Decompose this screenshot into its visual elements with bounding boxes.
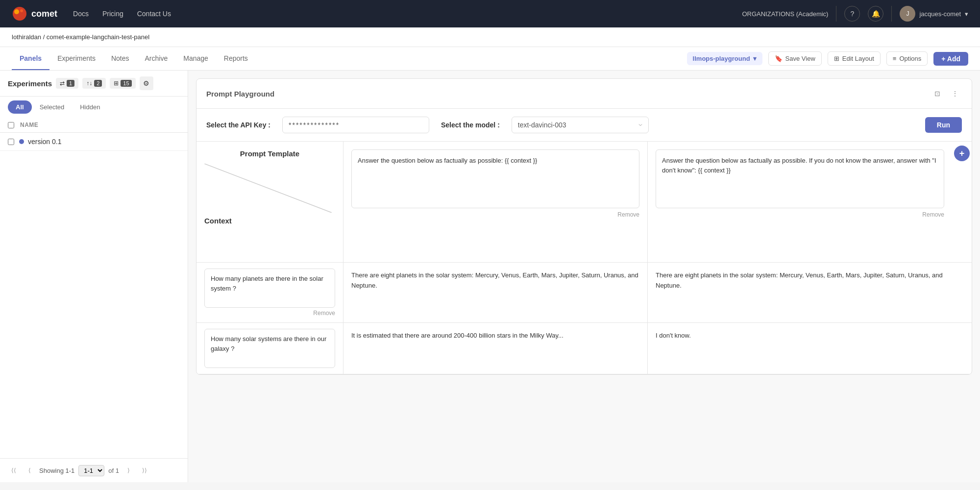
last-page-button[interactable]: ⟩⟩ xyxy=(139,465,150,476)
version-name[interactable]: version 0.1 xyxy=(28,138,61,146)
prompt-template-grid: Prompt Template Context Answer the quest… xyxy=(196,142,972,262)
playground-title: Prompt Playground xyxy=(206,90,274,98)
tabs-bar: Panels Experiments Notes Archive Manage … xyxy=(0,47,980,71)
org-label[interactable]: ORGANIZATIONS (Academic) xyxy=(742,10,828,18)
nav-docs[interactable]: Docs xyxy=(73,10,89,18)
response-text-1-1: There are eight planets in the solar sys… xyxy=(351,269,639,293)
edit-layout-button[interactable]: ⊞ Edit Layout xyxy=(828,51,881,66)
view-tabs: All Selected Hidden xyxy=(0,97,188,118)
table-row: version 0.1 xyxy=(0,133,188,151)
row-2-extra xyxy=(952,323,972,374)
nav-divider-2 xyxy=(891,6,892,22)
response-cell-1-1: There are eight planets in the solar sys… xyxy=(343,263,648,322)
question-cell-1: How many planets are there in the solar … xyxy=(196,263,343,322)
breadcrumb-separator: / xyxy=(43,33,47,41)
username-label: jacques-comet xyxy=(919,10,961,18)
playground-header-icons: ⊡ ⋮ xyxy=(931,87,962,100)
view-tab-hidden[interactable]: Hidden xyxy=(72,100,108,114)
remove-row-1[interactable]: Remove xyxy=(204,308,335,317)
tab-reports[interactable]: Reports xyxy=(216,47,256,70)
response-text-1-2: There are eight planets in the solar sys… xyxy=(656,269,944,293)
tab-archive[interactable]: Archive xyxy=(137,47,176,70)
remove-template-2[interactable]: Remove xyxy=(656,208,944,218)
view-tab-selected[interactable]: Selected xyxy=(32,100,73,114)
view-selector[interactable]: llmops-playground ▾ xyxy=(687,52,762,65)
save-view-button[interactable]: 🔖 Save View xyxy=(768,51,822,66)
of-label: of 1 xyxy=(108,467,119,474)
row-checkbox[interactable] xyxy=(8,139,14,145)
table-row: How many planets are there in the solar … xyxy=(196,263,972,323)
user-avatar-container[interactable]: J jacques-comet ▾ xyxy=(900,6,968,22)
view-tab-all[interactable]: All xyxy=(8,100,32,114)
tab-notes[interactable]: Notes xyxy=(103,47,137,70)
template-col-2: Answer the question below as factually a… xyxy=(648,142,952,262)
nav-links: Docs Pricing Contact Us xyxy=(73,10,171,18)
playground-header: Prompt Playground ⊡ ⋮ xyxy=(196,79,972,109)
notifications-icon[interactable]: 🔔 xyxy=(868,6,883,22)
add-template-button[interactable]: + xyxy=(954,146,970,161)
nav-contact[interactable]: Contact Us xyxy=(137,10,171,18)
response-cell-2-1: It is estimated that there are around 20… xyxy=(343,323,648,374)
experiments-header: Experiments ⇄ 1 ↑↓ 2 ⊞ 15 ⚙ xyxy=(0,71,188,97)
template-label-col: Prompt Template Context xyxy=(196,142,343,262)
tabs-left: Panels Experiments Notes Archive Manage … xyxy=(12,47,256,70)
nav-pricing[interactable]: Pricing xyxy=(102,10,123,18)
page-size-select[interactable]: 1-1 xyxy=(78,465,104,476)
columns-icon: ⊞ xyxy=(114,80,119,87)
svg-point-1 xyxy=(14,9,19,14)
table-row: How many solar systems are there in our … xyxy=(196,323,972,374)
run-button[interactable]: Run xyxy=(925,117,962,133)
sort-count: 2 xyxy=(94,80,102,87)
sort-icon: ↑↓ xyxy=(86,80,92,87)
logo[interactable]: comet xyxy=(12,6,57,22)
settings-gear-icon[interactable]: ⚙ xyxy=(140,76,153,90)
breadcrumb-project[interactable]: comet-example-langchain-test-panel xyxy=(47,33,149,41)
tabs-right: llmops-playground ▾ 🔖 Save View ⊞ Edit L… xyxy=(687,51,968,66)
tab-manage[interactable]: Manage xyxy=(175,47,216,70)
svg-point-0 xyxy=(13,7,26,21)
options-button[interactable]: ≡ Options xyxy=(886,51,928,66)
expand-icon[interactable]: ⊡ xyxy=(931,87,944,100)
avatar: J xyxy=(900,6,915,22)
comet-logo-icon xyxy=(12,6,27,22)
template-col-1: Answer the question below as factually a… xyxy=(343,142,648,262)
right-panel: Prompt Playground ⊡ ⋮ Select the API Key… xyxy=(188,71,980,482)
context-label: Context xyxy=(204,217,335,225)
breadcrumb: lothiraldan / comet-example-langchain-te… xyxy=(0,27,980,47)
question-input-1[interactable]: How many planets are there in the solar … xyxy=(204,269,335,308)
template-text-1[interactable]: Answer the question below as factually a… xyxy=(351,149,639,208)
help-icon[interactable]: ? xyxy=(844,6,860,22)
first-page-button[interactable]: ⟨⟨ xyxy=(8,465,20,476)
response-cell-2-2: I don't know. xyxy=(648,323,952,374)
columns-count: 15 xyxy=(121,80,131,87)
logo-text: comet xyxy=(31,9,57,19)
filter-count-1: 1 xyxy=(67,80,74,87)
add-button[interactable]: + Add xyxy=(933,52,968,66)
question-input-2[interactable]: How many solar systems are there in our … xyxy=(204,329,335,368)
breadcrumb-user[interactable]: lothiraldan xyxy=(12,33,41,41)
response-text-2-2: I don't know. xyxy=(656,329,944,343)
user-chevron-icon: ▾ xyxy=(965,10,968,18)
filter-chip-1[interactable]: ⇄ 1 xyxy=(56,78,78,89)
model-label: Select the model : xyxy=(441,121,500,129)
model-select[interactable]: text-davinci-003 xyxy=(512,117,649,133)
main-content: Experiments ⇄ 1 ↑↓ 2 ⊞ 15 ⚙ All Selected… xyxy=(0,71,980,482)
tab-panels[interactable]: Panels xyxy=(12,47,49,70)
filter-chip-2[interactable]: ↑↓ 2 xyxy=(82,78,106,89)
remove-template-1[interactable]: Remove xyxy=(351,208,639,218)
filter-chip-3[interactable]: ⊞ 15 xyxy=(110,78,135,89)
prompt-template-header: Prompt Template xyxy=(204,149,335,158)
response-cell-1-2: There are eight planets in the solar sys… xyxy=(648,263,952,322)
template-text-2[interactable]: Answer the question below as factually a… xyxy=(656,149,944,208)
more-options-icon[interactable]: ⋮ xyxy=(948,87,962,100)
response-text-2-1: It is estimated that there are around 20… xyxy=(351,329,639,343)
view-chevron-icon: ▾ xyxy=(753,55,757,62)
left-panel: Experiments ⇄ 1 ↑↓ 2 ⊞ 15 ⚙ All Selected… xyxy=(0,71,188,482)
select-all-checkbox[interactable] xyxy=(8,122,14,128)
api-section: Select the API Key : Select the model : … xyxy=(196,109,972,142)
experiments-title: Experiments xyxy=(8,79,52,88)
api-key-input[interactable] xyxy=(282,117,429,133)
prev-page-button[interactable]: ⟨ xyxy=(24,465,35,476)
next-page-button[interactable]: ⟩ xyxy=(123,465,135,476)
tab-experiments[interactable]: Experiments xyxy=(49,47,103,70)
